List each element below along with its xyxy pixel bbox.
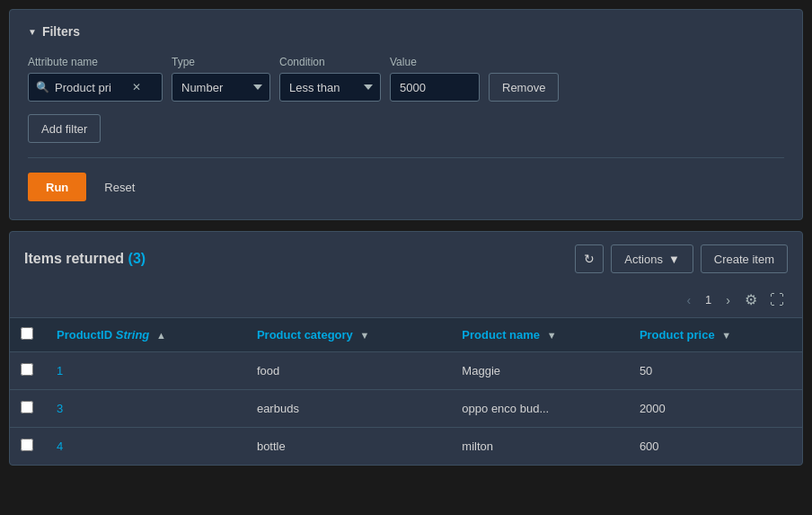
reset-button[interactable]: Reset [97, 181, 142, 194]
cell-product-name: milton [451, 428, 629, 466]
actions-chevron-icon: ▼ [668, 253, 680, 266]
select-all-checkbox[interactable] [21, 327, 33, 340]
value-input[interactable] [390, 73, 480, 102]
search-icon: 🔍 [36, 81, 49, 93]
product-id-link[interactable]: 4 [57, 440, 63, 453]
table-wrapper: ProductID String ▲ Product category ▼ Pr… [10, 317, 802, 465]
product-category-header-label: Product category [257, 328, 353, 342]
product-id-link[interactable]: 3 [57, 402, 63, 415]
row-checkbox[interactable] [21, 363, 33, 376]
col-header-product-category: Product category ▼ [246, 318, 451, 352]
row-checkbox-cell [10, 352, 46, 390]
row-checkbox-cell [10, 390, 46, 428]
attribute-name-label: Attribute name [28, 56, 163, 68]
cell-product-category: food [246, 352, 451, 390]
product-id-sort-icon: ▲ [156, 330, 166, 341]
remove-filter-button[interactable]: Remove [489, 73, 559, 102]
add-filter-button[interactable]: Add filter [28, 114, 101, 143]
items-section: Items returned (3) ↻ Actions ▼ Create it… [9, 231, 803, 466]
actions-button[interactable]: Actions ▼ [611, 244, 693, 273]
table-row: 1 food Maggie 50 [10, 352, 802, 390]
filters-section: Filters Attribute name 🔍 ✕ Type Number S… [9, 9, 803, 220]
row-checkbox[interactable] [21, 401, 33, 413]
actions-label: Actions [624, 253, 663, 266]
attribute-name-input[interactable] [55, 81, 127, 94]
product-category-sort-icon: ▼ [359, 330, 369, 341]
table-header-row: ProductID String ▲ Product category ▼ Pr… [10, 318, 802, 352]
col-header-product-price: Product price ▼ [629, 318, 802, 352]
cell-product-category: bottle [246, 428, 451, 466]
product-price-sort-icon: ▼ [721, 330, 731, 341]
attribute-name-input-wrapper[interactable]: 🔍 ✕ [28, 73, 163, 102]
table-row: 3 earbuds oppo enco bud... 2000 [10, 390, 802, 428]
cell-product-id: 3 [46, 390, 246, 428]
condition-group: Condition Less than Greater than Equals … [279, 56, 381, 102]
cell-product-name: oppo enco bud... [451, 390, 629, 428]
refresh-button[interactable]: ↻ [575, 244, 604, 273]
product-name-header-label: Product name [462, 328, 540, 342]
product-name-sort-icon: ▼ [547, 330, 557, 341]
col-header-product-id: ProductID String ▲ [46, 318, 246, 352]
clear-attribute-button[interactable]: ✕ [132, 82, 141, 93]
items-table: ProductID String ▲ Product category ▼ Pr… [10, 318, 802, 465]
items-returned-title: Items returned (3) [24, 251, 146, 267]
filters-title: Filters [28, 24, 784, 39]
row-checkbox-cell [10, 428, 46, 466]
items-header-actions: ↻ Actions ▼ Create item [575, 244, 788, 273]
table-settings-button[interactable]: ⚙ [741, 289, 761, 310]
filter-row: Attribute name 🔍 ✕ Type Number String Bo… [28, 53, 784, 102]
cell-product-price: 50 [629, 352, 802, 390]
next-page-button[interactable]: › [720, 291, 736, 309]
cell-product-id: 4 [46, 428, 246, 466]
cell-product-price: 2000 [629, 390, 802, 428]
prev-page-button[interactable]: ‹ [681, 291, 696, 309]
cell-product-category: earbuds [246, 390, 451, 428]
cell-product-name: Maggie [451, 352, 629, 390]
page-number: 1 [702, 293, 715, 306]
product-id-link[interactable]: 1 [57, 364, 63, 377]
action-row: Run Reset [28, 173, 784, 201]
condition-select[interactable]: Less than Greater than Equals Not equals… [279, 73, 381, 102]
attribute-name-group: Attribute name 🔍 ✕ [28, 56, 163, 102]
type-select[interactable]: Number String Boolean [172, 73, 270, 102]
row-checkbox[interactable] [21, 439, 33, 451]
condition-label: Condition [279, 56, 381, 68]
divider [28, 157, 784, 158]
product-price-header-label: Product price [640, 328, 715, 342]
type-group: Type Number String Boolean [172, 56, 270, 102]
create-item-button[interactable]: Create item [701, 244, 788, 273]
run-button[interactable]: Run [28, 173, 86, 201]
value-group: Value [390, 56, 480, 102]
fullscreen-button[interactable]: ⛶ [766, 290, 788, 310]
cell-product-price: 600 [629, 428, 802, 466]
items-title-text: Items returned [24, 251, 124, 266]
table-body: 1 food Maggie 50 3 earbuds oppo enco bud… [10, 352, 802, 466]
value-label: Value [390, 56, 480, 68]
cell-product-id: 1 [46, 352, 246, 390]
select-all-header [10, 318, 46, 352]
items-count: (3) [128, 251, 146, 266]
type-label: Type [172, 56, 270, 68]
product-id-header-label: ProductID String [57, 328, 149, 342]
pagination-row: ‹ 1 › ⚙ ⛶ [10, 286, 802, 317]
col-header-product-name: Product name ▼ [451, 318, 629, 352]
items-header: Items returned (3) ↻ Actions ▼ Create it… [10, 232, 802, 286]
table-row: 4 bottle milton 600 [10, 428, 802, 466]
refresh-icon: ↻ [584, 252, 595, 266]
remove-group: Remove [489, 53, 559, 102]
